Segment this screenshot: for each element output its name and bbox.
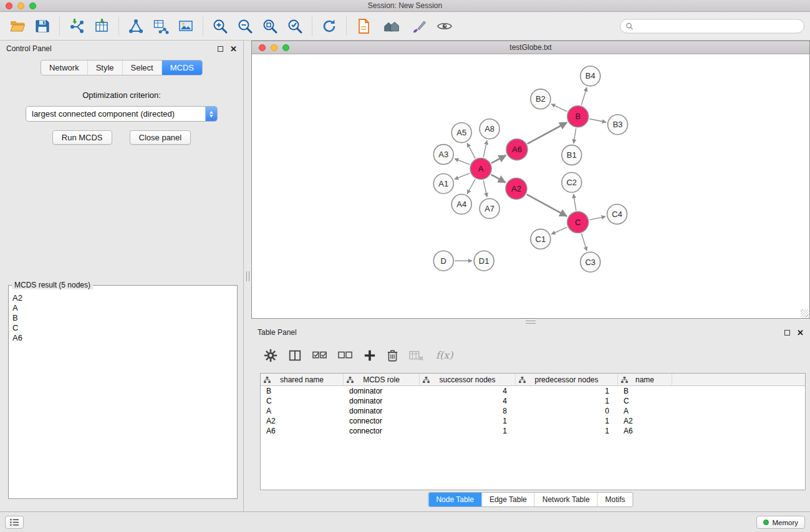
graph-edge-C-C1[interactable] [551,227,567,234]
save-session-button[interactable] [30,15,55,37]
birds-eye-view-button[interactable] [432,15,457,37]
tab-mcds[interactable]: MCDS [162,60,202,75]
column-header-name[interactable]: name [618,374,672,385]
graph-node-C3[interactable]: C3 [581,252,600,272]
optimization-criterion-select[interactable]: largest connected component (directed) [26,106,218,122]
tab-network-table[interactable]: Network Table [534,493,597,506]
import-table-button[interactable] [89,15,114,37]
add-column-button[interactable] [364,347,376,364]
deselect-all-button[interactable] [338,347,353,364]
graph-node-C2[interactable]: C2 [562,173,582,193]
style-brush-button[interactable] [407,15,432,37]
column-header-predecessor-nodes[interactable]: predecessor nodes [516,374,618,385]
graph-node-A[interactable]: A [470,158,491,180]
graph-node-B[interactable]: B [567,106,589,127]
graph-node-D[interactable]: D [433,251,453,271]
tab-network[interactable]: Network [41,60,87,75]
select-all-button[interactable] [312,347,327,364]
graph-edge-C-C3[interactable] [581,233,587,251]
zoom-window-button[interactable] [29,2,36,9]
graph-edge-A6-B[interactable] [528,122,567,143]
search-input[interactable] [637,22,799,31]
column-header-successor-nodes[interactable]: successor nodes [420,374,516,385]
table-settings-button[interactable] [264,347,277,364]
graph-node-A4[interactable]: A4 [451,194,471,214]
network-graph[interactable]: B4B2BB3A5A8A6B1A3AC2A1A2A4A7C4CC1C3DD1 [252,55,809,318]
graph-node-A2[interactable]: A2 [506,178,527,200]
graph-edge-C-C2[interactable] [574,194,576,210]
table-row[interactable]: A2connector11A2 [261,416,805,426]
run-mcds-button[interactable]: Run MCDS [52,130,112,145]
network-table-button[interactable] [148,15,173,37]
horizontal-splitter[interactable] [251,319,810,324]
mcds-result-item[interactable]: A2 [12,293,233,303]
graph-edge-A-A5[interactable] [467,143,475,158]
function-builder-button[interactable]: f(x) [435,349,453,361]
close-panel-icon[interactable]: ✕ [230,46,237,52]
table-row[interactable]: Adominator80A [261,406,805,416]
mcds-result-item[interactable]: A [12,303,233,313]
tab-select[interactable]: Select [122,60,162,75]
graph-node-A8[interactable]: A8 [480,119,499,139]
table-row[interactable]: A6connector11A6 [261,426,805,436]
zoom-network-window-button[interactable] [282,44,289,51]
graph-node-B4[interactable]: B4 [581,66,600,86]
close-window-button[interactable] [6,2,12,9]
vertical-splitter[interactable] [244,41,251,511]
delete-table-button[interactable] [409,347,424,364]
import-network-button[interactable] [64,15,89,37]
show-columns-button[interactable] [288,347,302,364]
graph-node-A6[interactable]: A6 [506,139,528,160]
float-panel-icon[interactable] [218,46,223,52]
graph-node-B2[interactable]: B2 [531,89,551,109]
column-header-MCDS-role[interactable]: MCDS role [344,374,420,385]
graph-edge-A-A7[interactable] [483,180,487,197]
graph-edge-B-B2[interactable] [551,104,567,112]
graph-node-B1[interactable]: B1 [562,145,582,165]
graph-edge-A-A2[interactable] [491,175,506,183]
graph-edge-A-A6[interactable] [491,155,506,163]
graph-edge-A-A3[interactable] [455,158,470,164]
window-resize-handle[interactable] [801,309,809,317]
network-snapshot-button[interactable] [351,15,376,37]
memory-button[interactable]: Memory [756,516,805,529]
mcds-result-item[interactable]: C [12,323,233,333]
graph-node-C1[interactable]: C1 [531,229,551,249]
tab-edge-table[interactable]: Edge Table [481,493,534,506]
open-session-button[interactable] [5,15,30,37]
float-table-panel-icon[interactable] [784,330,790,336]
zoom-fit-button[interactable] [258,15,282,37]
minimize-window-button[interactable] [17,2,24,9]
graph-node-C[interactable]: C [567,211,589,233]
delete-column-button[interactable] [387,347,398,364]
network-canvas-area[interactable]: B4B2BB3A5A8A6B1A3AC2A1A2A4A7C4CC1C3DD1 [252,55,809,318]
zoom-in-button[interactable] [208,15,233,37]
graph-node-A5[interactable]: A5 [451,123,471,143]
graph-node-A3[interactable]: A3 [433,145,453,165]
graph-node-A7[interactable]: A7 [480,198,499,218]
new-network-button[interactable] [123,15,148,37]
close-panel-button[interactable]: Close panel [130,130,191,145]
close-network-window-button[interactable] [259,44,266,51]
graph-edge-A2-C[interactable] [527,195,567,216]
mcds-result-item[interactable]: A6 [12,333,233,343]
search-box[interactable] [620,19,804,34]
apply-layout-button[interactable] [317,15,342,37]
graph-edge-B-B3[interactable] [589,119,606,122]
tab-node-table[interactable]: Node Table [428,493,481,506]
tab-style[interactable]: Style [87,60,122,75]
graph-edge-C-C4[interactable] [589,216,605,220]
task-history-button[interactable] [5,516,24,529]
table-row[interactable]: Cdominator41C [261,396,805,406]
graph-edge-A-A4[interactable] [467,179,475,194]
zoom-selected-button[interactable] [282,15,307,37]
minimize-network-window-button[interactable] [271,44,277,51]
graph-edge-B-B4[interactable] [581,87,587,105]
graph-node-C4[interactable]: C4 [607,204,627,224]
mcds-result-item[interactable]: B [12,313,233,323]
graph-edge-A-A8[interactable] [483,140,487,157]
graph-node-B3[interactable]: B3 [608,115,628,135]
home-button[interactable] [376,15,407,37]
graph-edge-B-B1[interactable] [574,128,576,143]
zoom-out-button[interactable] [233,15,258,37]
